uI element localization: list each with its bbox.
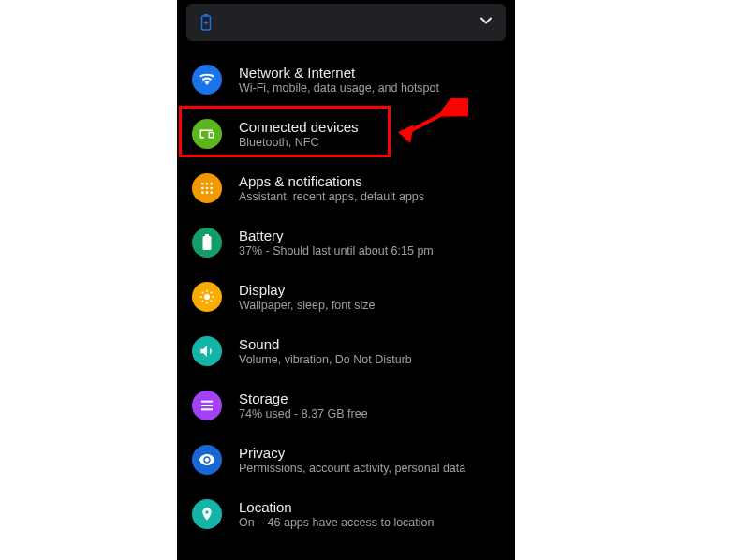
svg-point-7 [206, 187, 209, 190]
item-title: Apps & notifications [239, 173, 424, 189]
svg-point-3 [201, 183, 204, 185]
settings-list: Network & Internet Wi-Fi, mobile, data u… [177, 52, 515, 541]
item-texts: Apps & notifications Assistant, recent a… [239, 173, 424, 203]
settings-item-privacy[interactable]: Privacy Permissions, account activity, p… [177, 433, 515, 487]
phone-screen: + Network & Internet Wi-Fi, mobile, data… [177, 0, 515, 560]
svg-rect-13 [203, 236, 212, 250]
svg-text:+: + [203, 19, 208, 28]
item-texts: Storage 74% used - 8.37 GB free [239, 391, 368, 420]
settings-item-sound[interactable]: Sound Volume, vibration, Do Not Disturb [177, 324, 515, 378]
item-subtitle: Volume, vibration, Do Not Disturb [239, 353, 412, 366]
item-title: Display [239, 282, 375, 298]
item-title: Connected devices [239, 119, 359, 135]
suggestion-banner[interactable]: + [186, 4, 506, 41]
privacy-icon [192, 445, 222, 475]
settings-item-storage[interactable]: Storage 74% used - 8.37 GB free [177, 378, 515, 433]
item-title: Sound [239, 336, 412, 352]
svg-rect-23 [201, 401, 213, 403]
item-subtitle: Bluetooth, NFC [239, 136, 359, 149]
item-texts: Sound Volume, vibration, Do Not Disturb [239, 336, 412, 366]
svg-line-22 [211, 292, 213, 294]
item-subtitle: Wi-Fi, mobile, data usage, and hotspot [239, 81, 439, 95]
battery-icon: + [199, 12, 213, 33]
svg-point-4 [206, 183, 209, 185]
devices-icon [192, 119, 222, 149]
item-subtitle: On – 46 apps have access to location [239, 516, 434, 529]
item-subtitle: 74% used - 8.37 GB free [239, 407, 368, 420]
svg-point-5 [210, 183, 213, 185]
item-title: Location [239, 499, 434, 515]
battery-circle-icon [192, 228, 222, 258]
item-subtitle: Assistant, recent apps, default apps [239, 190, 424, 203]
item-texts: Battery 37% - Should last until about 6:… [239, 228, 434, 258]
item-title: Privacy [239, 445, 465, 461]
svg-point-9 [201, 191, 204, 194]
svg-point-8 [210, 187, 213, 190]
svg-line-20 [211, 301, 213, 302]
item-subtitle: 37% - Should last until about 6:15 pm [239, 244, 434, 258]
chevron-down-icon[interactable] [479, 14, 493, 31]
item-subtitle: Permissions, account activity, personal … [239, 462, 465, 475]
sound-icon [192, 336, 222, 366]
svg-rect-24 [201, 405, 213, 406]
storage-icon [192, 391, 222, 420]
svg-point-6 [201, 187, 204, 190]
svg-point-14 [204, 294, 210, 300]
svg-point-11 [210, 191, 213, 194]
item-texts: Privacy Permissions, account activity, p… [239, 445, 465, 475]
settings-item-location[interactable]: Location On – 46 apps have access to loc… [177, 487, 515, 541]
svg-rect-25 [201, 408, 213, 410]
settings-item-apps[interactable]: Apps & notifications Assistant, recent a… [177, 161, 515, 215]
location-icon [192, 499, 222, 529]
svg-rect-12 [205, 234, 209, 236]
svg-line-19 [202, 292, 204, 294]
svg-line-21 [202, 301, 204, 302]
wifi-icon [192, 65, 222, 95]
item-title: Storage [239, 391, 368, 406]
svg-point-10 [206, 191, 209, 194]
item-texts: Location On – 46 apps have access to loc… [239, 499, 434, 529]
settings-item-battery[interactable]: Battery 37% - Should last until about 6:… [177, 215, 515, 270]
settings-item-network[interactable]: Network & Internet Wi-Fi, mobile, data u… [177, 52, 515, 107]
display-icon [192, 282, 222, 312]
settings-item-display[interactable]: Display Wallpaper, sleep, font size [177, 270, 515, 324]
item-texts: Network & Internet Wi-Fi, mobile, data u… [239, 65, 439, 95]
item-subtitle: Wallpaper, sleep, font size [239, 299, 375, 312]
item-texts: Display Wallpaper, sleep, font size [239, 282, 375, 312]
settings-item-connected-devices[interactable]: Connected devices Bluetooth, NFC [177, 107, 515, 161]
apps-icon [192, 173, 222, 203]
item-texts: Connected devices Bluetooth, NFC [239, 119, 359, 149]
item-title: Battery [239, 228, 434, 243]
item-title: Network & Internet [239, 65, 439, 81]
